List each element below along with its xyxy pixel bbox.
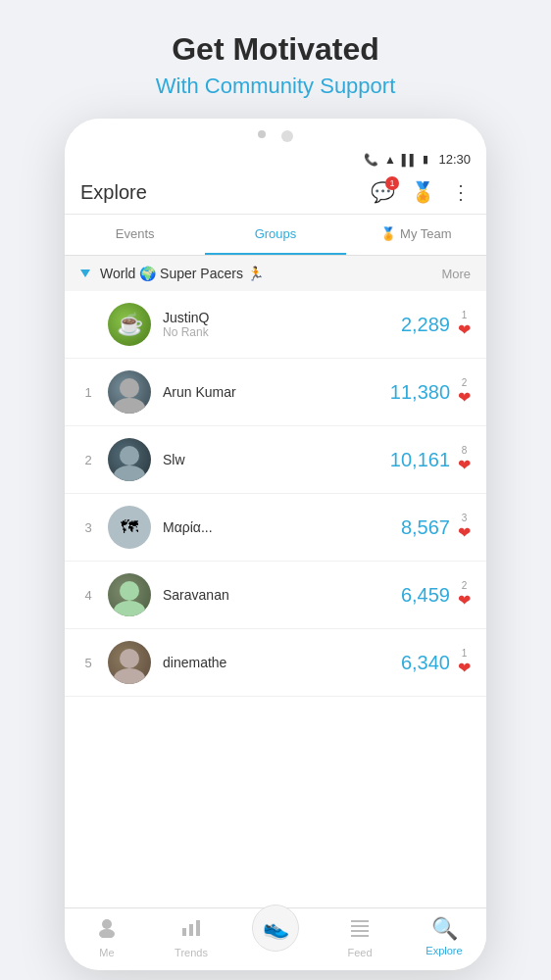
rank-4: 4 — [80, 588, 96, 603]
svg-point-2 — [120, 446, 139, 466]
score-section-0: 2,289 1 ❤ — [401, 310, 471, 339]
phone-top — [65, 119, 486, 148]
heart-icon-3[interactable]: ❤ — [458, 523, 471, 542]
score-section-3: 8,567 3 ❤ — [401, 513, 471, 542]
more-link[interactable]: More — [441, 267, 471, 281]
bottom-nav: Me Trends 👟 Feed 🔍 Explore — [65, 907, 486, 970]
score-value-0: 2,289 — [401, 314, 450, 336]
heart-icon-2[interactable]: ❤ — [458, 456, 471, 474]
svg-point-5 — [114, 601, 145, 616]
nav-item-trends[interactable]: Trends — [149, 916, 233, 958]
svg-point-6 — [120, 649, 139, 668]
nav-item-feed[interactable]: Feed — [318, 916, 402, 958]
heart-section-1: 2 ❤ — [458, 377, 471, 407]
user-name-5: dinemathe — [163, 655, 389, 670]
more-button[interactable]: ⋮ — [451, 180, 471, 204]
header-icons: 💬 1 🏅 ⋮ — [371, 180, 471, 204]
heart-count-4: 2 — [462, 580, 468, 591]
battery-icon: ▮ — [423, 153, 428, 166]
heart-icon-0[interactable]: ❤ — [458, 320, 471, 339]
avatar: 🗺 — [108, 506, 151, 549]
nav-item-me[interactable]: Me — [65, 916, 149, 958]
heart-count-1: 2 — [462, 377, 468, 388]
feed-icon — [349, 916, 371, 944]
tab-myteam[interactable]: 🏅 My Team — [346, 215, 486, 255]
svg-rect-10 — [182, 928, 186, 936]
score-section-2: 10,161 8 ❤ — [390, 445, 471, 474]
score-value-2: 10,161 — [390, 449, 450, 471]
score-value-5: 6,340 — [401, 652, 450, 674]
phone-frame: 📞 ▲ ▌▌ ▮ 12:30 Explore 💬 1 🏅 ⋮ Events Gr… — [65, 119, 486, 970]
svg-rect-12 — [196, 920, 200, 936]
svg-rect-15 — [351, 930, 369, 932]
svg-point-1 — [114, 398, 145, 414]
status-time: 12:30 — [438, 152, 471, 167]
heart-icon-5[interactable]: ❤ — [458, 659, 471, 677]
score-section-5: 6,340 1 ❤ — [401, 648, 471, 677]
svg-point-0 — [120, 378, 139, 398]
svg-point-9 — [99, 929, 115, 938]
tab-events[interactable]: Events — [65, 215, 205, 255]
page-header: Get Motivated With Community Support — [136, 0, 416, 119]
achievements-button[interactable]: 🏅 — [411, 180, 435, 204]
wifi-icon: ▲ — [384, 153, 396, 167]
trends-label: Trends — [175, 947, 208, 958]
svg-point-3 — [114, 466, 145, 481]
heart-icon-4[interactable]: ❤ — [458, 591, 471, 610]
svg-rect-16 — [351, 935, 369, 937]
group-title: World 🌍 Super Pacers 🏃 — [80, 266, 264, 281]
nav-item-shoe[interactable]: 👟 — [233, 916, 318, 958]
table-row: 3 🗺 Μαρία... 8,567 3 ❤ — [65, 494, 486, 562]
heart-section-5: 1 ❤ — [458, 648, 471, 677]
table-row: 1 Arun Kumar 11,380 2 ❤ — [65, 359, 486, 426]
message-badge: 1 — [385, 176, 399, 190]
user-info-4: Saravanan — [163, 587, 389, 603]
tab-groups[interactable]: Groups — [205, 215, 345, 255]
app-header: Explore 💬 1 🏅 ⋮ — [65, 171, 486, 215]
user-info-5: dinemathe — [163, 655, 389, 670]
avatar — [108, 370, 151, 414]
shoe-center-button[interactable]: 👟 — [252, 905, 299, 952]
score-value-4: 6,459 — [401, 584, 450, 607]
user-info-1: Arun Kumar — [163, 384, 378, 400]
svg-rect-14 — [351, 925, 369, 927]
user-info-2: Slw — [163, 452, 378, 467]
group-section-header: World 🌍 Super Pacers 🏃 More — [65, 256, 486, 291]
heart-count-0: 1 — [462, 310, 468, 320]
signal-icon: ▌▌ — [402, 154, 418, 166]
user-info-0: JustinQ No Rank — [163, 310, 389, 339]
explore-icon: 🔍 — [431, 916, 458, 942]
heart-section-3: 3 ❤ — [458, 513, 471, 542]
user-info-3: Μαρία... — [163, 519, 389, 535]
shoe-icon: 👟 — [263, 915, 289, 941]
heart-count-5: 1 — [462, 648, 468, 659]
me-icon — [96, 916, 118, 944]
feed-label: Feed — [347, 947, 372, 958]
user-sub-0: No Rank — [163, 325, 389, 339]
nav-item-explore[interactable]: 🔍 Explore — [402, 916, 486, 958]
explore-label: Explore — [426, 945, 462, 956]
rank-1: 1 — [80, 385, 96, 400]
user-name-4: Saravanan — [163, 587, 389, 603]
avatar — [108, 573, 151, 616]
svg-point-8 — [102, 919, 112, 929]
svg-rect-13 — [351, 920, 369, 922]
call-icon: 📞 — [364, 153, 378, 167]
heart-icon-1[interactable]: ❤ — [458, 388, 471, 407]
score-section-4: 6,459 2 ❤ — [401, 580, 471, 610]
phone-speaker — [258, 130, 266, 138]
phone-camera — [281, 130, 293, 142]
table-row: 4 Saravanan 6,459 2 ❤ — [65, 562, 486, 629]
page-subtitle: With Community Support — [156, 74, 396, 99]
messages-button[interactable]: 💬 1 — [371, 180, 395, 204]
user-name-1: Arun Kumar — [163, 384, 378, 400]
rank-3: 3 — [80, 520, 96, 535]
app-title: Explore — [80, 181, 371, 204]
heart-count-2: 8 — [462, 445, 468, 456]
page-title: Get Motivated — [156, 31, 396, 68]
avatar: ☕ — [108, 303, 151, 346]
table-row: 5 dinemathe 6,340 1 ❤ — [65, 629, 486, 697]
user-name-0: JustinQ — [163, 310, 389, 325]
dropdown-icon — [80, 270, 90, 277]
heart-section-4: 2 ❤ — [458, 580, 471, 610]
